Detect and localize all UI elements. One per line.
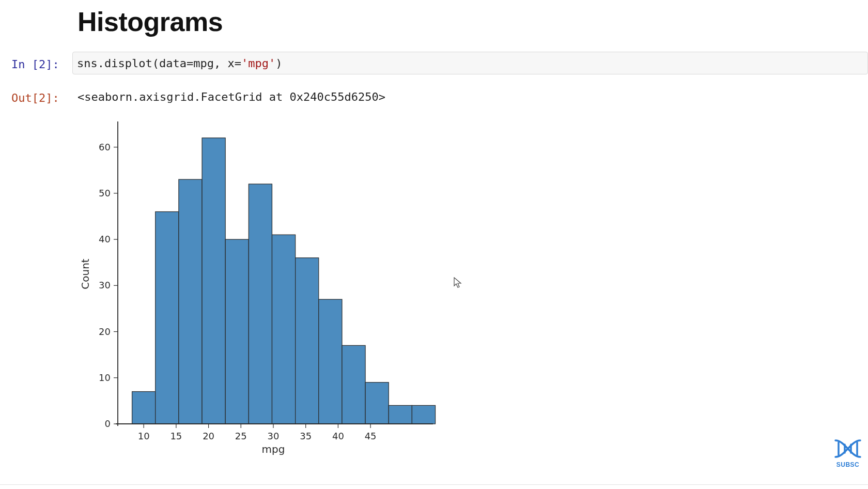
x-tick-label: 35 bbox=[300, 431, 312, 441]
x-tick-label: 15 bbox=[170, 431, 182, 441]
code-cell[interactable]: sns.displot(data = mpg, x = 'mpg' ) bbox=[72, 52, 868, 74]
code-token: mpg, x bbox=[193, 57, 234, 70]
histogram-bar bbox=[132, 392, 156, 424]
subscribe-badge[interactable]: SUBSC bbox=[830, 437, 866, 473]
y-axis-label: Count bbox=[79, 258, 91, 289]
histogram-bar bbox=[156, 212, 179, 424]
histogram-svg: 01020304050601015202530354045mpgCount bbox=[78, 119, 439, 460]
histogram-bar bbox=[319, 299, 342, 424]
y-tick-label: 50 bbox=[99, 188, 111, 198]
y-tick-label: 40 bbox=[99, 234, 111, 244]
dna-icon bbox=[832, 437, 863, 460]
x-tick-label: 40 bbox=[332, 431, 344, 441]
histogram-bar bbox=[412, 405, 435, 424]
histogram-bar bbox=[179, 179, 202, 424]
histogram-bar bbox=[272, 235, 295, 424]
footer-divider bbox=[0, 484, 868, 485]
x-axis-label: mpg bbox=[262, 443, 285, 455]
y-tick-label: 20 bbox=[99, 326, 111, 337]
code-token: ) bbox=[275, 57, 282, 70]
y-tick-label: 0 bbox=[105, 418, 111, 429]
histogram-bar bbox=[389, 405, 412, 424]
code-token: sns.displot(data bbox=[77, 57, 187, 70]
page: Histograms In [2]: sns.displot(data = mp… bbox=[0, 0, 868, 489]
subscribe-label: SUBSC bbox=[830, 461, 866, 468]
x-tick-label: 30 bbox=[268, 431, 280, 441]
x-tick-label: 10 bbox=[138, 431, 150, 441]
code-token: = bbox=[187, 57, 193, 70]
code-token: 'mpg' bbox=[241, 57, 275, 70]
cursor-icon bbox=[454, 277, 462, 288]
histogram-bar bbox=[296, 258, 319, 424]
x-tick-label: 45 bbox=[365, 431, 377, 441]
output-text: <seaborn.axisgrid.FacetGrid at 0x240c55d… bbox=[78, 90, 385, 103]
histogram-chart: 01020304050601015202530354045mpgCount bbox=[78, 119, 439, 455]
y-tick-label: 10 bbox=[99, 372, 111, 383]
histogram-bar bbox=[249, 184, 272, 424]
histogram-bar bbox=[202, 138, 225, 424]
page-title: Histograms bbox=[78, 6, 223, 37]
output-prompt: Out[2]: bbox=[11, 91, 59, 104]
input-prompt: In [2]: bbox=[11, 58, 59, 71]
code-token: = bbox=[235, 57, 241, 70]
x-tick-label: 25 bbox=[235, 431, 247, 441]
histogram-bar bbox=[225, 239, 249, 424]
histogram-bar bbox=[365, 383, 389, 424]
y-tick-label: 60 bbox=[99, 142, 111, 152]
histogram-bar bbox=[342, 345, 365, 424]
y-tick-label: 30 bbox=[99, 280, 111, 291]
x-tick-label: 20 bbox=[203, 431, 214, 441]
